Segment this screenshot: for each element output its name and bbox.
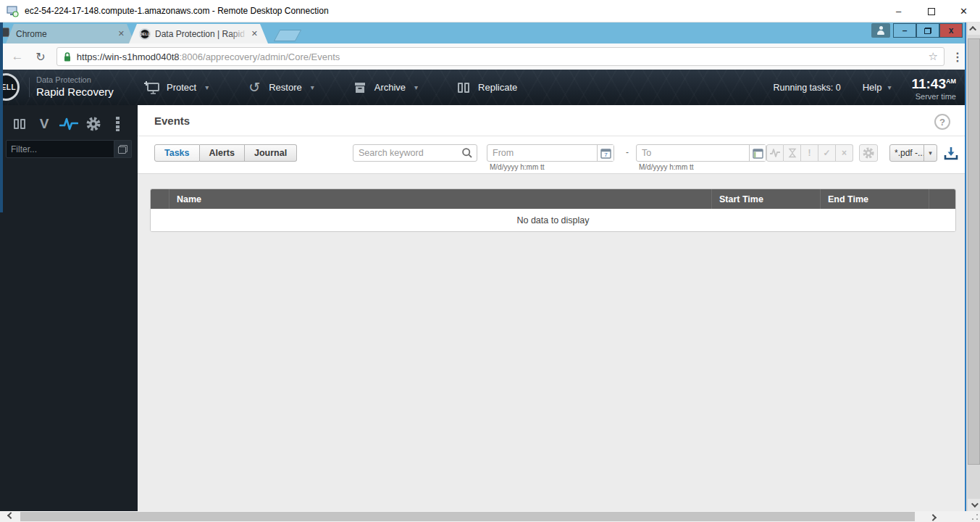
from-calendar-button[interactable]: 7	[597, 145, 613, 161]
address-bar[interactable]: https://win-s1hmod040t8:8006/apprecovery…	[56, 47, 945, 66]
app-header: DELL Data Protection Rapid Recovery Prot…	[0, 70, 965, 105]
tab-title: Chrome	[16, 29, 114, 39]
sidebar-item-replication[interactable]	[10, 115, 29, 133]
nav-item-archive[interactable]: Archive ▾	[351, 80, 436, 95]
chrome-close-button[interactable]: x	[939, 23, 963, 38]
vertical-scrollbar[interactable]	[965, 22, 980, 511]
filter-active-tasks-button[interactable]	[766, 144, 784, 162]
horizontal-scrollbar[interactable]	[0, 511, 965, 522]
export-download-button[interactable]	[943, 145, 959, 161]
server-clock: 11:43AM Server time	[911, 74, 956, 100]
chevron-down-icon[interactable]: ▾	[414, 83, 436, 91]
chevron-down-icon[interactable]: ▾	[205, 83, 227, 91]
svg-text:7: 7	[604, 152, 608, 158]
horizontal-scroll-thumb[interactable]	[20, 512, 915, 521]
profile-button[interactable]	[871, 23, 890, 38]
settings-button[interactable]	[859, 144, 878, 162]
date-to-field	[636, 144, 766, 162]
help-label: Help	[863, 82, 882, 93]
to-format-hint: M/d/yyyy h:mm tt	[639, 163, 694, 171]
help-menu[interactable]: Help ▾	[863, 82, 892, 93]
filter-completed-button[interactable]: ✓	[818, 144, 836, 162]
scroll-down-arrow[interactable]	[968, 499, 980, 511]
collapse-all-button[interactable]	[114, 140, 132, 158]
tab-journal[interactable]: Journal	[245, 144, 297, 162]
nav-item-restore[interactable]: ↺ Restore ▾	[246, 80, 332, 95]
sidebar-item-more[interactable]	[109, 115, 127, 133]
tab-alerts[interactable]: Alerts	[200, 144, 245, 162]
filter-canceled-button[interactable]: ×	[836, 144, 853, 162]
chevron-down-icon[interactable]: ▾	[924, 145, 937, 161]
filter-queued-button[interactable]	[784, 144, 801, 162]
table-header-row: Name Start Time End Time	[151, 189, 955, 209]
chrome-window-left-border	[0, 22, 3, 212]
new-tab-button[interactable]	[274, 30, 302, 41]
filter-failed-button[interactable]: !	[801, 144, 818, 162]
nav-item-replicate[interactable]: Replicate	[455, 80, 517, 95]
scroll-right-arrow[interactable]	[924, 511, 943, 522]
sidebar-item-virtual-standby[interactable]: V	[35, 115, 54, 133]
rdp-connection-icon	[7, 6, 19, 17]
nav-label: Replicate	[478, 82, 517, 93]
search-field	[353, 144, 477, 162]
scroll-up-arrow[interactable]	[968, 22, 980, 35]
range-separator: -	[626, 147, 629, 157]
dell-favicon: DELL	[139, 28, 151, 40]
rdp-window-title: ec2-54-224-17-148.compute-1.amazonaws.co…	[25, 6, 329, 16]
chevron-left-icon	[7, 512, 14, 519]
column-header-start-time[interactable]: Start Time	[712, 189, 821, 209]
pages-icon	[12, 117, 28, 131]
sidebar-item-events-active[interactable]	[59, 115, 78, 133]
column-header-end-time[interactable]: End Time	[821, 189, 929, 209]
browser-tab-active[interactable]: DELL Data Protection | Rapid R ✕	[129, 24, 268, 44]
product-name-label: Rapid Recovery	[36, 86, 114, 98]
resize-grip[interactable]	[972, 514, 978, 520]
context-help-icon[interactable]: ?	[934, 114, 950, 130]
hourglass-icon	[788, 148, 797, 158]
scrollbar-corner	[965, 511, 980, 522]
vertical-scroll-thumb[interactable]	[968, 38, 980, 465]
browser-tab-chrome[interactable]: Chrome ✕	[6, 24, 135, 44]
chevron-down-icon	[971, 500, 979, 508]
restore-down-icon	[924, 28, 931, 34]
calendar-icon	[753, 148, 763, 159]
clock-time: 11:43	[911, 76, 946, 91]
chrome-restore-button[interactable]	[916, 23, 939, 38]
tab-title-fade	[229, 24, 248, 44]
chevron-up-icon	[969, 26, 976, 33]
tab-tasks[interactable]: Tasks	[154, 144, 200, 162]
bookmark-star-icon[interactable]: ☆	[929, 50, 938, 63]
to-calendar-button[interactable]	[749, 145, 766, 161]
archive-box-icon	[351, 80, 369, 95]
rdp-close-button[interactable]: ✕	[947, 0, 980, 22]
browser-menu-icon[interactable]: ⋮	[950, 50, 965, 64]
chevron-down-icon[interactable]: ▾	[311, 83, 332, 91]
sidebar-item-settings[interactable]	[84, 115, 103, 133]
search-icon[interactable]	[458, 147, 477, 159]
clock-meridiem: AM	[946, 77, 956, 84]
chrome-minimize-button[interactable]: –	[893, 23, 916, 38]
scroll-left-arrow[interactable]	[0, 511, 19, 522]
export-format-select[interactable]: *.pdf -... ▾	[889, 144, 937, 162]
empty-table-message: No data to display	[151, 209, 955, 231]
tab-close-icon[interactable]: ✕	[251, 29, 258, 38]
gear-icon	[85, 116, 101, 132]
column-header-name[interactable]: Name	[169, 189, 712, 209]
rdp-minimize-button[interactable]: –	[882, 0, 915, 22]
to-input[interactable]	[637, 145, 749, 161]
running-tasks-label[interactable]: Running tasks: 0	[774, 83, 841, 93]
back-icon[interactable]: ←	[9, 49, 26, 64]
filter-input[interactable]	[6, 140, 114, 158]
sidebar: V	[0, 105, 138, 511]
nav-label: Restore	[269, 82, 302, 93]
header-right: Running tasks: 0 Help ▾ 11:43AM Server t…	[774, 70, 956, 105]
maximize-icon	[928, 8, 935, 15]
from-input[interactable]	[487, 145, 597, 161]
collapse-icon	[118, 145, 127, 154]
rdp-maximize-button[interactable]	[915, 0, 947, 22]
reload-icon[interactable]: ↻	[32, 50, 49, 64]
search-input[interactable]	[353, 148, 458, 158]
nav-item-protect[interactable]: Protect ▾	[143, 80, 227, 95]
chevron-down-icon: ▾	[887, 83, 891, 91]
tab-close-icon[interactable]: ✕	[118, 29, 125, 38]
